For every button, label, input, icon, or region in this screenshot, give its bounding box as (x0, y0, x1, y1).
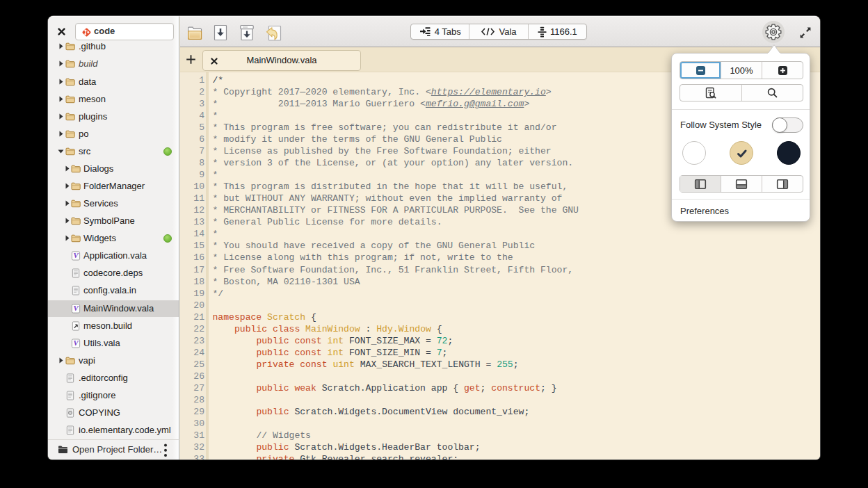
svg-text:V: V (73, 339, 79, 347)
svg-text:V: V (73, 252, 79, 260)
svg-text:V: V (73, 304, 79, 312)
